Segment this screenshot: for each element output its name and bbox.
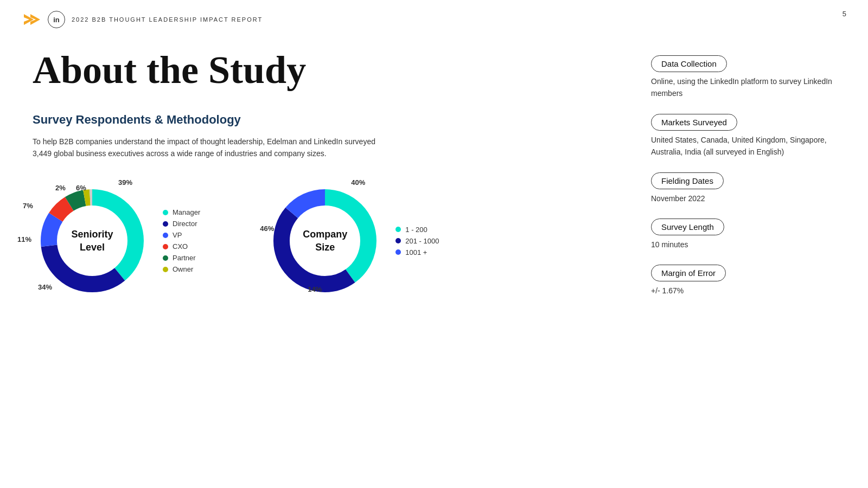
header: in 2022 B2B Thought Leadership Impact Re… (0, 0, 868, 39)
seniority-pct-partner: 6% (76, 184, 86, 192)
seniority-pct-director: 34% (38, 283, 52, 291)
legend-dot-201-1000 (395, 238, 401, 243)
legend-dot-vp (163, 233, 168, 238)
company-chart-container: Company Size 40% 46% 14% (265, 181, 385, 300)
company-legend: 1 - 200 201 - 1000 1001 + (395, 226, 439, 256)
legend-dot-1-200 (395, 227, 401, 232)
seniority-legend: Manager Director VP CXO (163, 208, 200, 273)
legend-dot-cxo (163, 244, 168, 249)
legend-item-manager: Manager (163, 208, 200, 216)
main-content: About the Study Survey Respondents & Met… (0, 39, 868, 312)
legend-item-director: Director (163, 220, 200, 228)
seniority-donut-wrapper: Seniority Level 39% 34% 11% 7% 6% 2% (33, 181, 152, 300)
info-markets-surveyed: Markets Surveyed United States, Canada, … (651, 114, 835, 160)
seniority-chart-container: Seniority Level 39% 34% 11% 7% 6% 2% (33, 181, 152, 300)
charts-area: Seniority Level 39% 34% 11% 7% 6% 2% (33, 181, 597, 300)
company-label: Company Size (303, 228, 347, 254)
markets-surveyed-text: United States, Canada, United Kingdom, S… (651, 134, 835, 158)
info-survey-length: Survey Length 10 minutes (651, 219, 835, 253)
company-donut-wrapper: Company Size 40% 46% 14% (265, 181, 385, 300)
seniority-chart-group: Seniority Level 39% 34% 11% 7% 6% 2% (33, 181, 200, 300)
data-collection-text: Online, using the LinkedIn platform to s… (651, 75, 835, 100)
fielding-dates-badge: Fielding Dates (651, 172, 724, 189)
arrow-logo-icon (22, 10, 41, 29)
legend-item-1001-plus: 1001 + (395, 248, 439, 256)
left-column: About the Study Survey Respondents & Met… (33, 50, 629, 301)
description: To help B2B companies understand the imp… (33, 136, 380, 160)
linkedin-badge-icon: in (48, 11, 65, 28)
data-collection-badge: Data Collection (651, 55, 727, 72)
seniority-pct-vp: 11% (17, 235, 31, 243)
legend-dot-1001-plus (395, 249, 401, 255)
seniority-label: Seniority Level (71, 228, 113, 254)
seniority-pct-owner: 2% (55, 184, 66, 192)
legend-item-owner: Owner (163, 265, 200, 273)
margin-of-error-badge: Margin of Error (651, 265, 726, 281)
legend-item-partner: Partner (163, 254, 200, 262)
markets-surveyed-badge: Markets Surveyed (651, 114, 737, 131)
info-fielding-dates: Fielding Dates November 2022 (651, 172, 835, 207)
section-title: Survey Respondents & Methodology (33, 113, 597, 127)
company-pct-200: 40% (351, 178, 365, 187)
legend-item-1-200: 1 - 200 (395, 226, 439, 234)
company-chart-group: Company Size 40% 46% 14% 1 - 200 (265, 181, 439, 300)
info-data-collection: Data Collection Online, using the Linked… (651, 55, 835, 102)
survey-length-text: 10 minutes (651, 239, 835, 251)
legend-dot-director (163, 221, 168, 227)
company-pct-1001: 14% (308, 285, 322, 293)
seniority-pct-manager: 39% (118, 178, 132, 187)
legend-dot-owner (163, 267, 168, 272)
fielding-dates-text: November 2022 (651, 192, 835, 204)
seniority-pct-cxo: 7% (23, 202, 33, 210)
legend-item-vp: VP (163, 231, 200, 239)
survey-length-badge: Survey Length (651, 219, 724, 235)
report-title: 2022 B2B Thought Leadership Impact Repor… (72, 16, 263, 23)
page-number: 5 (843, 10, 846, 18)
info-margin-of-error: Margin of Error +/- 1.67% (651, 265, 835, 299)
right-column: Data Collection Online, using the Linked… (629, 50, 835, 301)
margin-of-error-text: +/- 1.67% (651, 285, 835, 297)
page-heading: About the Study (33, 50, 597, 91)
legend-dot-manager (163, 210, 168, 215)
company-pct-1000: 46% (260, 224, 274, 233)
legend-item-201-1000: 201 - 1000 (395, 237, 439, 245)
legend-dot-partner (163, 255, 168, 261)
legend-item-cxo: CXO (163, 242, 200, 251)
